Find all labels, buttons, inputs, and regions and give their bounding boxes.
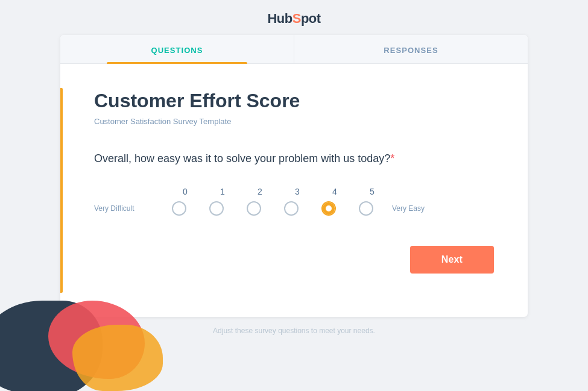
tabs-bar: QUESTIONS RESPONSES xyxy=(60,35,528,64)
tab-responses[interactable]: RESPONSES xyxy=(294,35,528,63)
radio-group xyxy=(160,201,385,216)
scale-num-3: 3 xyxy=(279,187,316,196)
radio-circle-2[interactable] xyxy=(247,201,261,216)
footer-text: Adjust these survey questions to meet yo… xyxy=(0,317,588,341)
next-button[interactable]: Next xyxy=(410,246,494,274)
radio-item-5[interactable] xyxy=(347,201,385,216)
radio-circle-4[interactable] xyxy=(321,201,336,216)
scale-container: 0 1 2 3 4 5 Very Difficult xyxy=(94,187,494,216)
radio-circle-5[interactable] xyxy=(359,201,373,216)
survey-subtitle: Customer Satisfaction Survey Template xyxy=(94,117,494,126)
scale-radios: Very Difficult xyxy=(94,201,494,216)
radio-circle-1[interactable] xyxy=(209,201,224,216)
scale-num-2: 2 xyxy=(241,187,279,196)
top-bar: HubSpot xyxy=(0,0,588,35)
radio-item-4[interactable] xyxy=(310,201,347,216)
card-body: Customer Effort Score Customer Satisfact… xyxy=(60,64,528,317)
radio-circle-3[interactable] xyxy=(284,201,299,216)
hubspot-dot: S xyxy=(292,11,301,26)
question-text: Overall, how easy was it to solve your p… xyxy=(94,152,494,165)
main-card: QUESTIONS RESPONSES Customer Effort Scor… xyxy=(60,35,528,317)
hubspot-logo: HubSpot xyxy=(267,11,320,27)
radio-item-1[interactable] xyxy=(198,201,235,216)
radio-circle-0[interactable] xyxy=(172,201,186,216)
scale-num-0: 0 xyxy=(166,187,204,196)
radio-item-3[interactable] xyxy=(273,201,310,216)
scale-num-4: 4 xyxy=(316,187,353,196)
scale-left-label: Very Difficult xyxy=(94,204,160,213)
radio-item-0[interactable] xyxy=(160,201,198,216)
survey-title: Customer Effort Score xyxy=(94,89,494,112)
required-marker: * xyxy=(390,152,394,164)
scale-num-1: 1 xyxy=(204,187,241,196)
scale-num-5: 5 xyxy=(353,187,391,196)
left-accent-bar xyxy=(60,88,63,293)
scale-numbers: 0 1 2 3 4 5 xyxy=(94,187,494,196)
radio-item-2[interactable] xyxy=(235,201,273,216)
tab-questions[interactable]: QUESTIONS xyxy=(60,35,294,63)
next-btn-row: Next xyxy=(94,246,494,274)
scale-right-label: Very Easy xyxy=(385,204,451,213)
